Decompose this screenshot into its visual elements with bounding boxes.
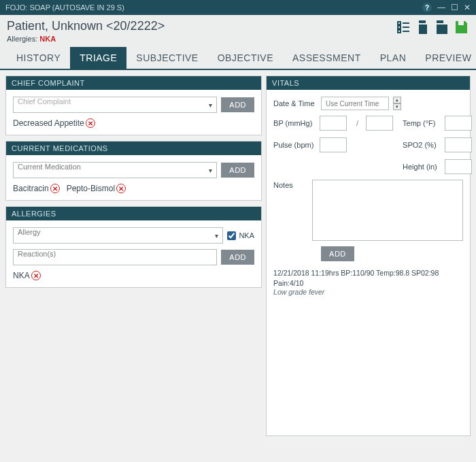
bp-sys-input[interactable] [320,116,347,131]
toolbar-icons [396,19,469,35]
dropdown-caret-icon: ▾ [209,101,212,109]
dropdown-caret-icon: ▾ [215,232,218,240]
temp-label: Temp (°F) [403,119,442,127]
datetime-spinner[interactable]: ▴▾ [393,97,401,110]
chief-items: Decreased Appetite ✕ [13,118,254,128]
tab-bar: HISTORY TRIAGE SUBJECTIVE OBJECTIVE ASSE… [0,43,476,70]
notes-label: Notes [273,180,308,189]
medications-panel: CURRENT MEDICATIONS Current Medication ▾… [5,141,262,201]
tab-preview[interactable]: PREVIEW [415,47,476,69]
help-icon[interactable]: ? [422,3,432,12]
tab-subjective[interactable]: SUBJECTIVE [126,47,207,69]
vitals-history-line: 12/21/2018 11:19hrs BP:110/90 Temp:98.8 … [273,268,463,288]
notes-input[interactable] [312,180,463,241]
medication-item: Bacitracin ✕ [13,184,60,193]
title-bar: FOJO: SOAP (AUTOSAVE IN 29 S) ? — ☐ ✕ [0,0,476,15]
pulse-label: Pulse (bpm) [273,141,317,149]
nka-checkbox[interactable]: NKA [227,231,254,240]
minimize-button[interactable]: — [437,3,445,12]
vitals-panel: VITALS Date & Time Use Current Time ▴▾ B… [266,76,471,436]
maximize-button[interactable]: ☐ [451,3,458,12]
copy-icon[interactable] [415,19,431,35]
window-title: FOJO: SOAP (AUTOSAVE IN 29 S) [5,3,124,12]
datetime-input[interactable]: Use Current Time [321,97,389,110]
patient-header: Patient, Unknown <20/2222> Allergies: NK… [0,15,476,43]
allergies-value: NKA [39,35,56,43]
tab-triage[interactable]: TRIAGE [70,47,126,69]
svg-rect-0 [398,22,401,24]
close-button[interactable]: ✕ [464,3,471,12]
chief-complaint-panel: CHIEF COMPLAINT Chief Complaint ▾ ADD De… [5,76,262,135]
allergies-panel: ALLERGIES Allergy ▾ NKA Reaction(s) [5,206,262,288]
vitals-history-sub: Low grade fever [273,288,463,296]
medication-item: Pepto-Bismol ✕ [67,184,126,193]
list-icon[interactable] [396,19,412,35]
svg-rect-4 [398,30,401,33]
reaction-input[interactable]: Reaction(s) [13,249,217,265]
spo2-label: SPO2 (%) [403,141,442,149]
allergies-label: Allergies: [7,35,37,43]
medication-add-button[interactable]: ADD [221,163,254,178]
tab-assessment[interactable]: ASSESSMENT [283,47,371,69]
allergy-items: NKA ✕ [13,271,254,280]
medications-header: CURRENT MEDICATIONS [6,142,261,155]
medication-items: Bacitracin ✕ Pepto-Bismol ✕ [13,184,254,193]
bp-dia-input[interactable] [366,116,393,131]
tab-objective[interactable]: OBJECTIVE [208,47,283,69]
allergy-input[interactable]: Allergy ▾ [13,227,223,244]
patient-name: Patient, Unknown <20/2222> [7,19,165,33]
tab-plan[interactable]: PLAN [371,47,416,69]
allergy-add-button[interactable]: ADD [221,250,254,265]
pulse-input[interactable] [320,137,347,152]
remove-icon[interactable]: ✕ [86,118,95,128]
dropdown-caret-icon: ▾ [209,167,212,174]
chief-complaint-input[interactable]: Chief Complaint ▾ [13,97,217,113]
height-label: Height (in) [403,163,442,171]
chief-complaint-header: CHIEF COMPLAINT [6,76,261,90]
bp-slash: / [356,119,363,127]
datetime-label: Date & Time [273,99,317,108]
bp-label: BP (mmHg) [273,119,317,127]
tab-history[interactable]: HISTORY [7,47,70,69]
medication-input[interactable]: Current Medication ▾ [13,162,217,178]
temp-input[interactable] [445,116,472,131]
allergies-header: ALLERGIES [6,207,261,220]
height-input[interactable] [445,159,472,174]
vitals-add-button[interactable]: ADD [321,246,354,261]
template-icon[interactable] [434,19,450,35]
vitals-header: VITALS [267,76,470,90]
svg-rect-2 [398,26,401,29]
remove-icon[interactable]: ✕ [31,271,41,280]
body: CHIEF COMPLAINT Chief Complaint ▾ ADD De… [0,70,476,442]
save-icon[interactable] [453,19,469,35]
remove-icon[interactable]: ✕ [116,184,126,193]
remove-icon[interactable]: ✕ [50,184,60,193]
allergy-item: NKA ✕ [13,271,41,280]
chief-item: Decreased Appetite ✕ [13,118,95,128]
chief-add-button[interactable]: ADD [221,97,254,112]
spo2-input[interactable] [445,137,472,152]
